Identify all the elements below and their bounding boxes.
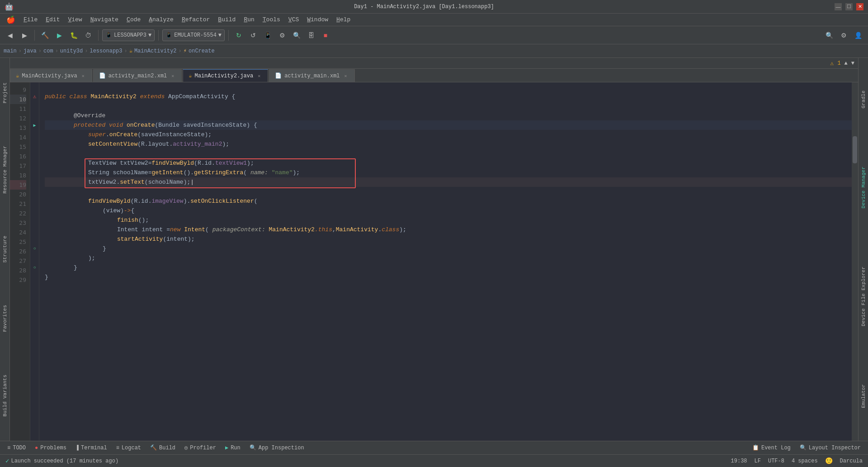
menu-refactor[interactable]: Refactor [178,14,213,26]
breadcrumb-com[interactable]: com [43,48,53,54]
bottom-tab-event-log[interactable]: 📋 Event Log [749,443,794,452]
error-icon-10: ⚠ [33,93,36,100]
bottom-tab-run[interactable]: ▶ Run [222,443,244,452]
status-line-ending[interactable]: LF [755,458,761,464]
tab-mainactivity-java[interactable]: ☕ MainActivity.java ✕ [10,69,92,82]
menu-build[interactable]: Build [214,14,239,26]
database-button[interactable]: 🗄 [305,29,317,42]
resource-textView1: textView1 [215,160,247,167]
sidebar-item-device-file-explorer[interactable]: Device File Explorer [860,263,867,330]
breadcrumb-main[interactable]: main [4,48,17,54]
class-AppCompatActivity: AppCompatActivity [168,93,231,100]
gutter-line-29 [30,272,39,282]
title-bar-left: 🤖 [5,2,14,11]
bottom-tab-build[interactable]: 🔨 Build [146,443,179,452]
tab-mainactivity2-java[interactable]: ☕ MainActivity2.java ✕ [183,69,268,82]
warning-down-icon[interactable]: ▼ [851,60,854,67]
menu-run[interactable]: Run [240,14,258,26]
build-button[interactable]: 🔨 [38,29,51,42]
tab-activity-main2-close-icon[interactable]: ✕ [170,73,176,79]
tab-mainactivity2-close-icon[interactable]: ✕ [256,73,262,79]
line-num-13: 13 [10,123,26,133]
menu-navigate[interactable]: Navigate [87,14,122,26]
args-24a: ( [205,226,212,233]
tab-activity-main-close-icon[interactable]: ✕ [343,73,349,79]
device-selector-dropdown[interactable]: 📱 EMULATOR-5554 ▼ [162,29,225,41]
brace-close-26: } [103,245,106,252]
status-message: Launch succeeded (17 minutes ago) [11,458,118,464]
tab-mainactivity-close-icon[interactable]: ✕ [80,73,86,79]
status-encoding[interactable]: UTF-8 [768,458,784,464]
breadcrumb-java[interactable]: java [24,48,37,54]
sidebar-item-device-manager[interactable]: Device Manager [860,163,867,212]
maximize-button[interactable]: ☐ [845,3,853,10]
sync-button[interactable]: ↻ [232,29,245,42]
debug-button[interactable]: 🐛 [67,29,80,42]
search-everywhere-button[interactable]: 🔍 [823,29,835,42]
menu-help[interactable]: Help [333,14,354,26]
back-button[interactable]: ◀ [4,29,16,42]
tab-activity-main-xml[interactable]: 📄 activity_main.xml ✕ [269,69,354,82]
breadcrumb-unity3d[interactable]: unity3d [60,48,83,54]
title-bar-controls[interactable]: — ☐ ✕ [835,3,863,10]
profile-button[interactable]: ⏱ [82,29,94,42]
vertical-scrollbar[interactable] [852,82,858,441]
warning-up-icon[interactable]: ▲ [844,60,848,67]
sidebar-item-structure[interactable]: Structure [1,232,9,266]
args-15: (R.layout. [137,141,173,148]
sidebar-item-emulator[interactable]: Emulator [860,381,867,412]
menu-view[interactable]: View [64,14,85,26]
layout-inspector-toolbar-button[interactable]: 🔍 [290,29,303,42]
invalidate-button[interactable]: ↺ [247,29,259,42]
gutter-line-9 [30,82,39,92]
paren-close-18: ); [293,169,300,176]
bottom-tab-terminal[interactable]: ▐ Terminal [72,444,111,452]
code-content[interactable]: 9 10 11 12 13 14 15 16 17 18 19 20 21 22… [10,82,858,441]
bottom-tab-todo[interactable]: ≡ TODO [4,444,29,452]
line-num-18: 18 [10,171,26,180]
avd-button[interactable]: 📱 [261,29,274,42]
menu-apple[interactable]: 🍎 [3,14,19,26]
kw-public: public [45,93,70,100]
problems-label: Problems [40,445,66,451]
forward-button[interactable]: ▶ [18,29,31,42]
menu-code[interactable]: Code [123,14,144,26]
sidebar-item-project[interactable]: Project [1,79,9,107]
account-button[interactable]: 👤 [852,29,864,42]
breadcrumb-mainactivity2[interactable]: MainActivity2 [134,48,177,54]
code-editor[interactable]: public class MainActivity2 extends AppCo… [39,82,852,441]
gutter-line-23 [30,215,39,225]
status-indent[interactable]: 4 spaces [792,458,818,464]
bottom-tab-layout-inspector[interactable]: 🔍 Layout Inspector [796,443,864,452]
menu-analyze[interactable]: Analyze [145,14,177,26]
stop-button[interactable]: ■ [319,29,332,42]
sdk-button[interactable]: ⚙ [276,29,288,42]
settings-button[interactable]: ⚙ [837,29,850,42]
sidebar-item-resource-manager[interactable]: Resource Manager [1,142,9,197]
menu-file[interactable]: File [20,14,41,26]
paren-21: ( [254,198,258,205]
sidebar-item-favorites[interactable]: Favorites [1,301,9,335]
tab-activity-main2-xml[interactable]: 📄 activity_main2.xml ✕ [93,69,182,82]
sidebar-item-build-variants[interactable]: Build Variants [1,371,9,420]
bottom-tab-app-inspection[interactable]: 🔍 App Inspection [246,443,308,452]
scroll-thumb[interactable] [853,136,857,163]
menu-tools[interactable]: Tools [259,14,284,26]
method-setContentView: setContentView [88,141,137,148]
code-line-10: public class MainActivity2 extends AppCo… [45,92,852,101]
minimize-button[interactable]: — [835,3,842,10]
run-button[interactable]: ▶ [53,29,66,42]
code-line-17: TextView txtView2=findViewByld(R.id.text… [45,158,852,168]
tab-activity-main-xml-label: activity_main.xml [284,73,340,79]
menu-window[interactable]: Window [303,14,332,26]
bottom-tab-problems[interactable]: ● Problems [31,444,70,452]
close-button[interactable]: ✕ [856,3,863,10]
bottom-tab-logcat[interactable]: ≡ Logcat [113,444,145,452]
app-selector-dropdown[interactable]: 📱 LESSONAPP3 ▼ [102,29,155,41]
menu-edit[interactable]: Edit [42,14,63,26]
bottom-tab-profiler[interactable]: ◎ Profiler [181,443,220,452]
breadcrumb-oncreate[interactable]: onCreate [189,48,215,54]
breadcrumb-lessonapp3[interactable]: lessonapp3 [90,48,122,54]
menu-vcs[interactable]: VCS [285,14,302,26]
sidebar-item-gradle[interactable]: Gradle [860,87,867,112]
